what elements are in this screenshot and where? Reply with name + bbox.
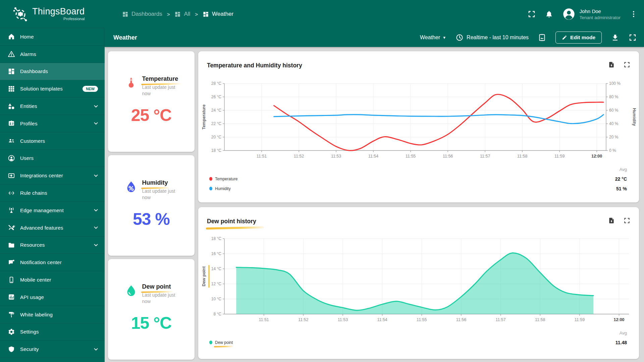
legend-avg-value-temperature: 22 °C — [615, 174, 627, 184]
timewindow-button[interactable]: Realtime - last 10 minutes — [455, 34, 529, 42]
sidebar-item-alarms[interactable]: Alarms — [0, 46, 105, 63]
breadcrumb-all[interactable]: All — [174, 11, 190, 17]
integrations-icon — [8, 172, 15, 179]
sidebar-item-label: Dashboards — [20, 68, 99, 74]
legend-avg-header: Avg — [615, 328, 627, 338]
expand-fullscreen-icon[interactable] — [624, 217, 630, 224]
sidebar-item-label: Edge management — [20, 207, 93, 213]
svg-text:12:00: 12:00 — [614, 317, 625, 322]
fullscreen-icon[interactable] — [527, 10, 536, 18]
svg-text:11:52: 11:52 — [298, 317, 308, 322]
sidebar-item-notification-center[interactable]: Notification center — [0, 254, 105, 271]
legend-avg-value-humidity: 51 % — [615, 184, 627, 193]
user-menu[interactable]: John Doe Tenant administrator — [562, 7, 621, 21]
users-icon — [8, 155, 15, 162]
stat-card-title: Temperature — [142, 75, 178, 82]
legend-item-dew-point[interactable]: Dew point — [209, 338, 233, 347]
chart-title: Dew point history — [207, 218, 256, 225]
svg-text:11:55: 11:55 — [417, 317, 427, 322]
legend-dot — [209, 341, 212, 344]
sidebar-item-white-labeling[interactable]: White labeling — [0, 306, 105, 323]
sidebar-item-resources[interactable]: Resources — [0, 237, 105, 254]
svg-text:12 °C: 12 °C — [211, 282, 221, 286]
sidebar-item-home[interactable]: Home — [0, 28, 105, 46]
edit-mode-button[interactable]: Edit mode — [555, 32, 602, 44]
svg-text:11:57: 11:57 — [480, 154, 490, 159]
sidebar-item-api-usage[interactable]: API usage — [0, 289, 105, 306]
water-drop-icon — [124, 284, 138, 297]
breadcrumb-dashboards[interactable]: Dashboards — [122, 11, 162, 17]
chart-title: Temperature and Humidity history — [207, 62, 302, 69]
home-icon — [8, 33, 15, 40]
sidebar-item-label: Advanced features — [20, 225, 93, 231]
legend-avg-value-dew-point: 11.48 — [615, 338, 627, 347]
svg-text:11:59: 11:59 — [554, 154, 565, 159]
svg-text:100 %: 100 % — [609, 81, 621, 86]
resources-icon — [8, 241, 15, 249]
more-vert-icon[interactable] — [629, 10, 638, 18]
new-badge: NEW — [83, 86, 98, 92]
user-name: John Doe — [580, 8, 621, 15]
fullscreen-icon[interactable] — [629, 34, 637, 42]
sidebar-item-rule-chains[interactable]: Rule chains — [0, 184, 105, 202]
white-labeling-icon — [8, 311, 15, 318]
sidebar-item-edge-management[interactable]: Edge management — [0, 202, 105, 219]
security-icon — [8, 346, 15, 353]
stat-card-title: Dew point — [142, 283, 171, 290]
sidebar-item-label: API usage — [20, 294, 99, 300]
download-icon[interactable] — [611, 34, 619, 42]
logo[interactable]: ThingsBoard Professional — [0, 0, 105, 28]
sidebar-item-advanced-features[interactable]: Advanced features — [0, 219, 105, 237]
chevron-down-icon — [93, 242, 99, 248]
svg-text:11:56: 11:56 — [456, 317, 466, 322]
stat-card-title: Humidity — [142, 179, 168, 186]
expand-fullscreen-icon[interactable] — [624, 61, 630, 68]
sidebar-item-customers[interactable]: Customers — [0, 132, 105, 150]
export-file-icon[interactable] — [608, 61, 615, 68]
legend-item-humidity[interactable]: Humidity — [209, 184, 237, 193]
sidebar-item-label: Settings — [20, 329, 99, 335]
chart-card-dew-point-history: Dew point history8 °C10 °C12 °C14 °C16 °… — [198, 207, 639, 359]
stat-card-value: 53 % — [108, 209, 195, 229]
advanced-features-icon — [8, 224, 15, 231]
breadcrumb-weather[interactable]: Weather — [203, 11, 233, 17]
sidebar-item-security[interactable]: Security — [0, 341, 105, 358]
profiles-icon — [8, 120, 15, 127]
clock-icon — [455, 34, 464, 42]
sidebar-item-label: Users — [20, 155, 99, 161]
edge-management-icon — [8, 206, 15, 214]
export-file-icon[interactable] — [608, 217, 615, 224]
chevron-down-icon — [93, 103, 99, 110]
sidebar-item-label: Resources — [20, 242, 93, 248]
chevron-down-icon — [93, 120, 99, 127]
svg-text:20 °C: 20 °C — [211, 135, 221, 139]
sidebar-item-solution-templates[interactable]: Solution templatesNEW — [0, 80, 105, 98]
dashboards-icon — [174, 11, 181, 17]
mobile-center-icon — [8, 276, 15, 284]
top-header-bar: ThingsBoard Professional Dashboards > Al… — [0, 0, 644, 28]
svg-text:8 °C: 8 °C — [214, 312, 222, 316]
alarm-icon — [8, 50, 15, 58]
svg-text:11:51: 11:51 — [259, 317, 269, 322]
screenshot-icon[interactable] — [538, 34, 546, 42]
svg-text:12:00: 12:00 — [591, 154, 602, 159]
svg-text:Temperature: Temperature — [202, 105, 206, 130]
stat-card-value: 25 °C — [108, 106, 195, 125]
customers-icon — [8, 137, 15, 144]
svg-text:20 %: 20 % — [609, 135, 619, 139]
sidebar-item-users[interactable]: Users — [0, 150, 105, 167]
legend-dot — [209, 187, 212, 190]
sidebar-item-profiles[interactable]: Profiles — [0, 115, 105, 132]
sidebar-item-integrations-center[interactable]: Integrations center — [0, 167, 105, 184]
sidebar-item-dashboards[interactable]: Dashboards — [0, 63, 105, 80]
notifications-bell-icon[interactable] — [545, 10, 553, 18]
dashboard-state-select[interactable]: Weather ▼ — [420, 35, 446, 41]
svg-text:60 %: 60 % — [609, 108, 619, 113]
logo-subtitle: Professional — [32, 17, 85, 21]
sidebar-item-mobile-center[interactable]: Mobile center — [0, 271, 105, 289]
sidebar-item-entities[interactable]: Entities — [0, 98, 105, 115]
api-usage-icon — [8, 293, 15, 301]
sidebar-item-settings[interactable]: Settings — [0, 323, 105, 341]
legend-item-temperature[interactable]: Temperature — [209, 174, 237, 184]
notification-center-icon — [8, 259, 15, 266]
